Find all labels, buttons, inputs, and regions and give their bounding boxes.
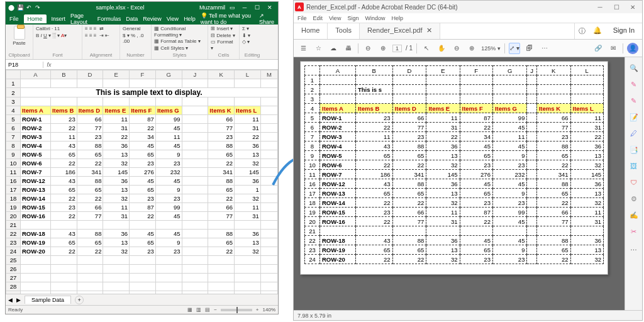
grp-number: Number — [123, 52, 148, 58]
view-break-icon[interactable]: ▤ — [205, 307, 210, 313]
acro-menu-help[interactable]: Help — [391, 15, 403, 21]
tab-file[interactable]: File — [9, 16, 19, 22]
hand-icon[interactable]: ✋ — [436, 43, 447, 54]
tab-formulas[interactable]: Formulas — [97, 16, 121, 22]
acro-sidebar-item-9[interactable]: ✍ — [628, 209, 640, 221]
paste-icon[interactable] — [14, 26, 25, 40]
zoom-value[interactable]: 125% ▾ — [481, 45, 501, 52]
acro-menu-view[interactable]: View — [329, 15, 341, 21]
cells-delete[interactable]: ⊟ Delete ▾ — [211, 33, 236, 39]
clear-icon[interactable]: ◇ ▾ — [242, 39, 262, 45]
acro-sidebar-item-1[interactable]: ✎ — [628, 79, 640, 90]
minimize-icon[interactable]: ─ — [239, 4, 250, 11]
cell-styles[interactable]: ▦ Cell Styles ▾ — [154, 45, 205, 52]
more-icon[interactable]: ⋯ — [539, 43, 550, 54]
page-current[interactable]: 1 — [392, 45, 402, 52]
zoomin-icon[interactable]: ⊕ — [377, 43, 389, 54]
acro-sidebar-item-6[interactable]: 🖼 — [628, 160, 640, 172]
acro-menu-sign[interactable]: Sign — [347, 15, 358, 21]
font-size[interactable]: 11 — [54, 26, 60, 31]
sheet-nav-right[interactable]: ▶ — [16, 297, 21, 303]
sheet-nav-left[interactable]: ◀ — [8, 297, 13, 303]
namebox-row: P18 fx — [6, 60, 278, 70]
mail-icon[interactable]: ✉ — [608, 43, 619, 54]
zoom-minus-icon[interactable]: ⊖ — [451, 43, 462, 54]
tab-home[interactable]: Home — [24, 14, 47, 23]
zoom-slider[interactable] — [221, 309, 252, 311]
acro-tab-home[interactable]: Home — [294, 23, 328, 39]
tab-review[interactable]: Review — [143, 16, 162, 22]
share-icon[interactable]: 🔗 — [592, 43, 604, 54]
ribbon-options-icon[interactable]: ▭ — [226, 4, 238, 11]
align-buttons-2[interactable]: ≡ ≡ ≡ ⇥ ⇤ — [85, 33, 117, 39]
save-icon[interactable]: 💾 — [17, 4, 23, 11]
tab-help[interactable]: Help — [184, 16, 196, 22]
acro-menu-file[interactable]: File — [297, 15, 307, 21]
tab-pagelayout[interactable]: Page Layout — [70, 13, 92, 25]
fit-icon[interactable]: ⤢ ▾ — [509, 43, 520, 54]
acro-sidebar-item-7[interactable]: 🛡 — [628, 177, 640, 188]
name-box[interactable]: P18 — [6, 62, 43, 68]
font-style-buttons[interactable]: B I U ▾ ░ ▾ A▾ — [36, 33, 79, 39]
zoom-value[interactable]: 140% — [263, 307, 275, 313]
help-icon[interactable]: ⓘ — [575, 23, 589, 39]
cond-format[interactable]: ▦ Conditional Formatting ▾ — [154, 26, 205, 38]
add-sheet-icon[interactable]: + — [75, 296, 84, 304]
acro-sidebar-item-2[interactable]: ✎ — [628, 95, 640, 106]
font-name[interactable]: Calibri — [36, 26, 50, 31]
acro-maximize-icon[interactable]: ☐ — [608, 4, 625, 11]
bell-icon[interactable]: 🔔 — [589, 23, 606, 39]
zoomout-icon[interactable]: ⊖ — [362, 43, 374, 54]
star-icon[interactable]: ☆ — [313, 43, 324, 54]
cells-format[interactable]: ▭ Format ▾ — [211, 39, 236, 51]
undo-icon[interactable]: ↶ — [26, 4, 32, 11]
acro-sidebar-item-8[interactable]: ⚙ — [628, 193, 640, 204]
acro-tab-tools[interactable]: Tools — [328, 23, 360, 39]
sheet-tab[interactable]: Sample Data — [25, 296, 71, 304]
acro-sidebar-item-4[interactable]: 🖊 — [628, 128, 640, 139]
share-button[interactable]: ↗ Share — [259, 13, 274, 25]
acro-tab-doc[interactable]: Render_Excel.pdf ✕ — [360, 23, 440, 39]
select-icon[interactable]: ↖ — [421, 43, 432, 54]
zoom-minus-icon[interactable]: − — [214, 307, 217, 313]
autosave-icon[interactable]: ⬤ — [8, 4, 14, 11]
format-table[interactable]: ▦ Format as Table ▾ — [154, 38, 205, 45]
user-icon[interactable]: 👤 — [627, 43, 638, 54]
acro-minimize-icon[interactable]: ─ — [592, 4, 608, 11]
excel-grid[interactable]: ABDEFGJKLM12This is sample text to displ… — [6, 70, 278, 294]
acro-close-icon[interactable]: ✕ — [625, 4, 641, 11]
zoom-plus-icon[interactable]: + — [256, 307, 259, 313]
acro-sidebar-item-10[interactable]: ✂ — [628, 226, 640, 237]
zoom-plus-icon[interactable]: ⊕ — [466, 43, 477, 54]
cloud-icon[interactable]: ☁ — [328, 43, 339, 54]
acro-sidebar-item-5[interactable]: 📑 — [628, 144, 640, 155]
acro-sidebar-item-0[interactable]: 🔍 — [628, 62, 640, 74]
number-buttons[interactable]: $ ▾ % , .0 .00 — [123, 33, 148, 45]
tellme[interactable]: 💡 Tell me what you want to do — [201, 13, 254, 25]
fx-icon[interactable]: fx — [43, 62, 55, 68]
maximize-icon[interactable]: ☐ — [252, 4, 263, 11]
read-icon[interactable]: 🗐 — [524, 43, 535, 54]
acrobat-menubar: FileEditViewSignWindowHelp — [294, 13, 642, 23]
signin-button[interactable]: Sign In — [606, 23, 642, 39]
acro-menu-edit[interactable]: Edit — [313, 15, 323, 21]
acrobat-page-area[interactable]: ABDEFGJKL12This is s34Items AItems BItem… — [294, 57, 625, 310]
print-icon[interactable]: 🖶 — [343, 43, 354, 54]
sum-icon[interactable]: Σ ▾ — [242, 26, 262, 32]
close-icon[interactable]: ✕ — [264, 4, 275, 11]
align-buttons[interactable]: ≡ ≡ ≡ ⇄ — [85, 26, 117, 32]
tab-insert[interactable]: Insert — [52, 16, 66, 22]
view-normal-icon[interactable]: ▦ — [187, 307, 192, 313]
excel-statusbar: Ready ▦ ▥ ▤ − + 140% — [6, 305, 278, 314]
acro-menu-window[interactable]: Window — [365, 15, 385, 21]
redo-icon[interactable]: ↷ — [35, 4, 41, 11]
view-page-icon[interactable]: ▥ — [196, 307, 201, 313]
acro-sidebar-item-11[interactable]: … — [628, 242, 640, 253]
number-format[interactable]: General — [123, 26, 148, 32]
tab-data[interactable]: Data — [126, 16, 138, 22]
cells-insert[interactable]: ⊞ Insert ▾ — [211, 26, 236, 32]
panel-icon[interactable]: ☰ — [297, 43, 309, 54]
tab-view[interactable]: View — [167, 16, 179, 22]
acro-sidebar-item-3[interactable]: 📝 — [628, 111, 640, 123]
fill-icon[interactable]: ⬇ ▾ — [242, 33, 262, 39]
